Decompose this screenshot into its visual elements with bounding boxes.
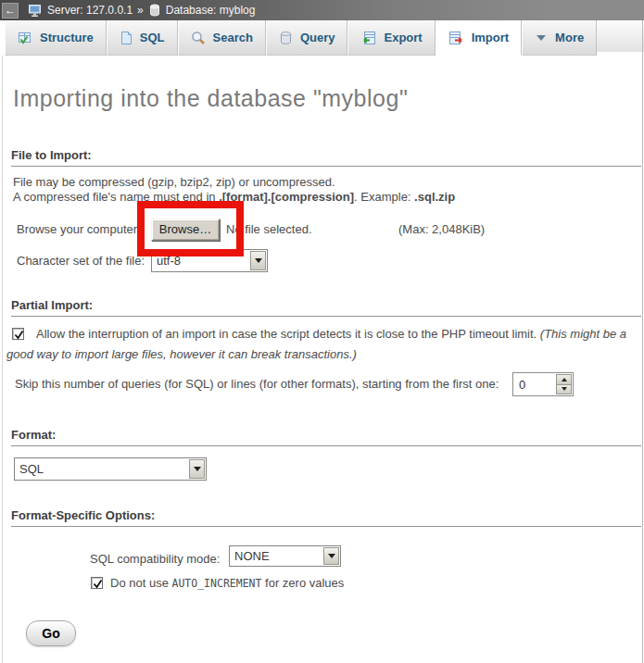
tab-search[interactable]: Search [178, 20, 266, 56]
tab-bar: Structure SQL Search Query Export [0, 20, 644, 56]
tab-more-label: More [555, 31, 584, 44]
skip-queries-value: 0 [513, 373, 555, 395]
breadcrumb-separator: » [137, 4, 144, 17]
auto-increment-code: AUTO_INCREMENT [172, 577, 262, 590]
tab-import[interactable]: Import [436, 20, 522, 56]
format-select-arrow-icon[interactable] [189, 459, 205, 479]
auto-increment-label-suffix: for zero values [261, 576, 344, 590]
section-heading-file-to-import: File to Import: [11, 148, 641, 167]
tab-structure[interactable]: Structure [5, 20, 107, 56]
tab-search-label: Search [213, 31, 253, 44]
sql-compatibility-label: SQL compatibility mode: [90, 552, 220, 566]
charset-select[interactable]: utf-8 [151, 249, 268, 272]
auto-increment-checkbox[interactable] [91, 577, 103, 589]
browse-computer-label: Browse your computer: [17, 222, 141, 236]
page-right-border [642, 20, 643, 663]
charset-select-value: utf-8 [152, 254, 249, 268]
tab-import-label: Import [472, 31, 509, 44]
skip-queries-label: Skip this number of queries (for SQL) or… [15, 377, 499, 391]
export-icon [360, 31, 376, 45]
tab-more[interactable]: More [522, 20, 597, 56]
sql-icon [120, 31, 133, 45]
tab-sql[interactable]: SQL [107, 20, 178, 56]
section-heading-partial-import: Partial Import: [11, 298, 641, 317]
allow-interruption-checkbox[interactable] [12, 328, 24, 340]
sql-compatibility-value: NONE [230, 549, 322, 563]
sql-compatibility-arrow-icon[interactable] [323, 547, 339, 565]
tab-export[interactable]: Export [347, 20, 435, 56]
query-icon [279, 31, 293, 45]
structure-icon [18, 31, 32, 45]
go-button[interactable]: Go [26, 620, 76, 646]
auto-increment-row: Do not use AUTO_INCREMENT for zero value… [91, 576, 344, 590]
tab-query-label: Query [300, 31, 335, 44]
charset-select-arrow-icon[interactable] [250, 251, 266, 270]
tab-query[interactable]: Query [266, 20, 348, 56]
section-heading-format-options: Format-Specific Options: [11, 508, 641, 527]
chevron-down-icon [535, 33, 548, 43]
auto-increment-label-prefix: Do not use [110, 576, 172, 590]
compression-info-line2: A compressed file's name must end in .[f… [13, 190, 455, 204]
section-heading-format: Format: [11, 428, 641, 446]
tab-export-label: Export [384, 31, 422, 44]
allow-interruption-row: Allow the interruption of an import in c… [6, 324, 640, 365]
format-select[interactable]: SQL [14, 457, 207, 481]
tab-structure-label: Structure [40, 31, 94, 44]
format-select-value: SQL [15, 462, 188, 476]
tab-sql-label: SQL [140, 31, 165, 44]
page-left-border [2, 56, 3, 663]
back-arrow-button[interactable]: ← [2, 3, 19, 19]
browse-button[interactable]: Browse… [151, 219, 220, 241]
breadcrumb-database[interactable]: Database: myblog [166, 4, 256, 17]
compression-info-line1: File may be compressed (gzip, bzip2, zip… [13, 175, 335, 189]
charset-label: Character set of the file: [17, 254, 145, 268]
server-icon [28, 3, 43, 18]
no-file-selected-text: No file selected. [226, 222, 312, 236]
sql-compatibility-select[interactable]: NONE [229, 545, 341, 567]
import-icon [448, 31, 464, 45]
breadcrumb-bar: ← Server: 127.0.0.1 » Database: myblog [0, 0, 644, 20]
breadcrumb-server[interactable]: Server: 127.0.0.1 [47, 4, 133, 17]
max-upload-size-text: (Max: 2,048KiB) [398, 222, 485, 236]
page-title: Importing into the database "myblog" [13, 85, 408, 112]
skip-queries-input[interactable]: 0 [512, 372, 574, 396]
spinner-up-button[interactable] [556, 374, 572, 384]
allow-interruption-label: Allow the interruption of an import in c… [36, 327, 540, 341]
search-icon [191, 31, 206, 45]
database-icon [148, 3, 161, 18]
spinner-down-button[interactable] [556, 384, 572, 395]
